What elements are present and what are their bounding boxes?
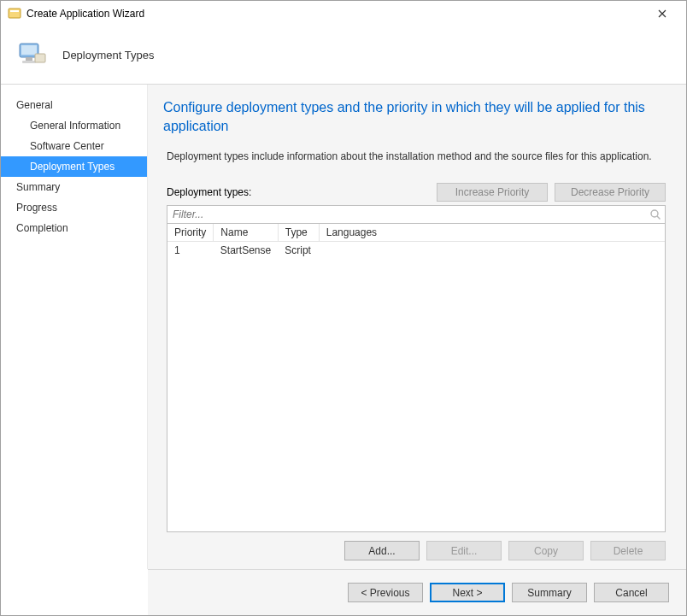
close-button[interactable] xyxy=(645,1,679,26)
deployment-types-table: Priority Name Type Languages 1 StartSens… xyxy=(167,224,665,259)
computer-icon xyxy=(15,38,49,73)
sidebar-item-summary[interactable]: Summary xyxy=(1,177,147,197)
col-priority[interactable]: Priority xyxy=(167,224,214,242)
close-icon xyxy=(658,9,666,18)
svg-rect-3 xyxy=(21,45,37,55)
wizard-window: Create Application Wizard Deployment Typ… xyxy=(0,0,687,616)
deployment-types-table-wrap: Priority Name Type Languages 1 StartSens… xyxy=(167,224,666,532)
svg-rect-0 xyxy=(9,9,21,18)
content-pane: Configure deployment types and the prior… xyxy=(148,85,686,569)
delete-button[interactable]: Delete xyxy=(590,541,666,560)
header-band: Deployment Types xyxy=(1,26,686,85)
edit-button[interactable]: Edit... xyxy=(426,541,502,560)
cell-languages xyxy=(319,242,665,260)
page-description: Deployment types include information abo… xyxy=(167,150,666,162)
col-type[interactable]: Type xyxy=(278,224,319,242)
sidebar-item-progress[interactable]: Progress xyxy=(1,197,147,218)
summary-button[interactable]: Summary xyxy=(512,583,587,602)
sidebar-item-completion[interactable]: Completion xyxy=(1,218,147,238)
window-title: Create Application Wizard xyxy=(26,8,645,20)
increase-priority-button[interactable]: Increase Priority xyxy=(437,183,548,202)
titlebar: Create Application Wizard xyxy=(1,1,686,26)
cell-name: StartSense xyxy=(214,242,278,260)
cell-type: Script xyxy=(278,242,319,260)
cancel-button[interactable]: Cancel xyxy=(594,583,669,602)
app-icon xyxy=(8,7,21,21)
svg-rect-1 xyxy=(10,10,19,12)
list-toolbar: Deployment types: Increase Priority Decr… xyxy=(167,183,666,202)
svg-rect-6 xyxy=(35,54,45,62)
col-name[interactable]: Name xyxy=(214,224,278,242)
svg-rect-5 xyxy=(22,61,36,63)
deployment-types-label: Deployment types: xyxy=(167,186,430,198)
add-button[interactable]: Add... xyxy=(344,541,420,560)
wizard-body: General General Information Software Cen… xyxy=(1,85,686,569)
row-actions: Add... Edit... Copy Delete xyxy=(163,541,666,560)
svg-point-7 xyxy=(651,210,658,217)
table-header-row: Priority Name Type Languages xyxy=(167,224,665,242)
filter-input[interactable] xyxy=(167,206,646,223)
page-heading: Configure deployment types and the prior… xyxy=(163,98,666,135)
sidebar-item-general-information[interactable]: General Information xyxy=(1,115,147,136)
previous-button[interactable]: < Previous xyxy=(348,583,423,602)
search-icon[interactable] xyxy=(646,208,665,220)
table-row[interactable]: 1 StartSense Script xyxy=(167,242,665,260)
cell-priority: 1 xyxy=(167,242,214,260)
sidebar-item-deployment-types[interactable]: Deployment Types xyxy=(1,156,147,177)
col-languages[interactable]: Languages xyxy=(319,224,665,242)
sidebar-item-general[interactable]: General xyxy=(1,95,147,115)
filter-row xyxy=(167,205,666,224)
copy-button[interactable]: Copy xyxy=(508,541,584,560)
sidebar-item-software-center[interactable]: Software Center xyxy=(1,136,147,156)
svg-rect-4 xyxy=(26,57,32,61)
decrease-priority-button[interactable]: Decrease Priority xyxy=(555,183,666,202)
sidebar: General General Information Software Cen… xyxy=(1,85,148,569)
next-button[interactable]: Next > xyxy=(430,583,505,602)
wizard-footer: < Previous Next > Summary Cancel xyxy=(148,569,686,615)
svg-line-8 xyxy=(657,216,661,220)
header-title: Deployment Types xyxy=(62,49,154,62)
